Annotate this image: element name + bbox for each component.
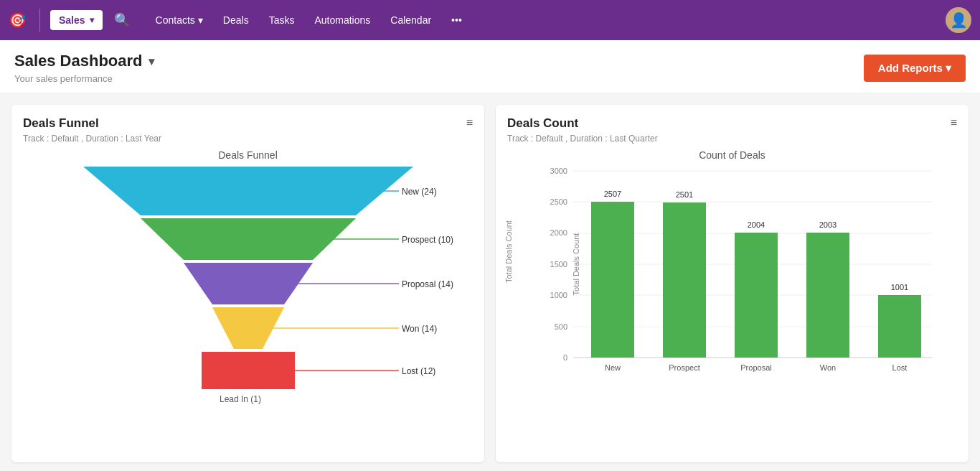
deals-count-title: Deals Count: [507, 116, 658, 131]
add-reports-label: Add Reports ▾: [878, 62, 951, 75]
svg-text:2501: 2501: [676, 190, 693, 199]
page-header: Sales Dashboard ▾ Your sales performance…: [0, 40, 980, 93]
svg-text:Prospect (10): Prospect (10): [402, 235, 453, 245]
add-reports-button[interactable]: Add Reports ▾: [864, 55, 966, 82]
deals-count-subtitle: Track : Default , Duration : Last Quarte…: [507, 134, 658, 144]
funnel-card-header: Deals Funnel Track : Default , Duration …: [23, 116, 473, 149]
svg-text:Proposal: Proposal: [740, 363, 771, 372]
funnel-card-subtitle: Track : Default , Duration : Last Year: [23, 134, 161, 144]
title-group: Sales Dashboard ▾ Your sales performance: [14, 52, 154, 84]
svg-text:2000: 2000: [550, 228, 567, 237]
bar-won: [806, 233, 849, 358]
svg-text:Proposal (14): Proposal (14): [402, 279, 453, 289]
bar-new: [591, 202, 634, 358]
svg-text:Lost (12): Lost (12): [402, 366, 435, 376]
deals-count-header: Deals Count Track : Default , Duration :…: [507, 116, 957, 149]
svg-text:3000: 3000: [550, 167, 567, 175]
automations-label: Automations: [314, 14, 370, 26]
funnel-menu-icon[interactable]: ≡: [466, 116, 473, 129]
page-title-text: Sales Dashboard: [14, 52, 143, 70]
svg-text:Lost: Lost: [892, 363, 908, 372]
calendar-label: Calendar: [390, 14, 431, 26]
svg-text:2507: 2507: [604, 190, 621, 198]
sales-dropdown[interactable]: Sales ▾: [50, 10, 103, 30]
nav-contacts[interactable]: Contacts ▾: [147, 10, 212, 30]
svg-text:2003: 2003: [819, 220, 837, 229]
nav-deals[interactable]: Deals: [215, 10, 258, 30]
funnel-chart-svg: New (24) Prospect (10) Proposal (14) Won…: [26, 167, 471, 411]
svg-text:New: New: [605, 363, 621, 372]
svg-text:0: 0: [563, 353, 567, 362]
nav-divider: [39, 9, 40, 32]
app-logo-icon: 🎯: [9, 11, 27, 29]
navbar: 🎯 Sales ▾ 🔍 Contacts ▾ Deals Tasks Autom…: [0, 0, 980, 40]
contacts-label: Contacts: [156, 14, 195, 26]
chevron-down-icon: ▾: [90, 15, 94, 25]
y-axis-label: Total Deals Count: [504, 254, 513, 283]
nav-more[interactable]: •••: [443, 10, 471, 30]
svg-text:Total Deals Count: Total Deals Count: [572, 233, 580, 296]
funnel-chart-title: Deals Funnel: [23, 149, 473, 161]
svg-text:500: 500: [555, 322, 567, 331]
bar-lost: [878, 295, 921, 358]
nav-tasks[interactable]: Tasks: [260, 10, 303, 30]
funnel-chart-container: Deals Funnel New (24) Prospect (10) Prop…: [23, 149, 473, 422]
page-subtitle: Your sales performance: [14, 73, 154, 84]
deals-funnel-card: Deals Funnel Track : Default , Duration …: [11, 105, 484, 462]
svg-text:2004: 2004: [748, 220, 765, 229]
bar-chart-title: Count of Deals: [507, 149, 957, 161]
svg-text:2500: 2500: [550, 197, 567, 206]
svg-text:1000: 1000: [550, 291, 567, 299]
sales-dropdown-label: Sales: [59, 14, 85, 26]
svg-text:Won: Won: [820, 363, 836, 372]
user-avatar[interactable]: 👤: [946, 7, 971, 33]
svg-text:Lead In (1): Lead In (1): [220, 394, 261, 404]
svg-text:1001: 1001: [891, 283, 908, 292]
title-chevron-icon: ▾: [149, 55, 154, 68]
nav-calendar[interactable]: Calendar: [382, 10, 440, 30]
more-icon: •••: [451, 14, 462, 26]
svg-text:Won (14): Won (14): [402, 324, 437, 334]
deals-count-card: Deals Count Track : Default , Duration :…: [496, 105, 969, 462]
svg-text:1500: 1500: [550, 260, 567, 269]
page-title: Sales Dashboard ▾: [14, 52, 154, 70]
bar-chart-svg: 3000 2500 2000 1500 1000 500 0 Total Dea…: [545, 164, 946, 386]
main-content: Deals Funnel Track : Default , Duration …: [0, 93, 980, 471]
tasks-label: Tasks: [269, 14, 295, 26]
search-icon[interactable]: 🔍: [114, 12, 130, 28]
nav-automations[interactable]: Automations: [306, 10, 379, 30]
bar-proposal: [735, 233, 778, 358]
deals-label: Deals: [223, 14, 249, 26]
bar-prospect: [663, 202, 706, 358]
svg-text:Prospect: Prospect: [669, 363, 699, 372]
contacts-chevron-icon: ▾: [198, 14, 203, 26]
svg-text:New (24): New (24): [402, 187, 437, 197]
nav-items: Contacts ▾ Deals Tasks Automations Calen…: [147, 10, 940, 30]
funnel-card-title: Deals Funnel: [23, 116, 161, 131]
deals-count-menu-icon[interactable]: ≡: [951, 116, 957, 129]
